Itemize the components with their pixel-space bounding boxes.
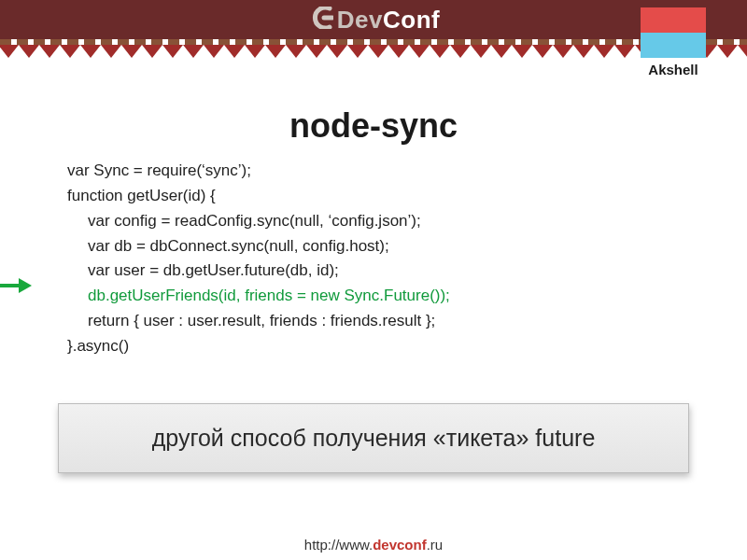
code-block: var Sync = require(‘sync’); function get…	[67, 159, 747, 359]
code-line: var user = db.getUser.future(db, id);	[67, 259, 747, 284]
code-line: return { user : user.result, friends : f…	[67, 309, 747, 334]
devconf-mark-icon	[307, 7, 333, 33]
callout-box: другой способ получения «тикета» future	[58, 403, 689, 473]
footer-suffix: .ru	[427, 537, 444, 553]
footer-brand: devconf	[373, 537, 427, 553]
header-dash-separator	[0, 39, 747, 45]
code-line: }.async()	[67, 334, 747, 359]
footer-url: http://www.devconf.ru	[0, 537, 747, 553]
header-zigzag	[0, 45, 747, 63]
akshell-label: Akshell	[641, 62, 706, 77]
akshell-badge: Akshell	[641, 7, 706, 77]
logo-text: DevConf	[337, 6, 440, 35]
logo-text-white: Conf	[383, 6, 440, 34]
code-line: var db = dbConnect.sync(null, config.hos…	[67, 234, 747, 259]
header-bar: DevConf	[0, 0, 747, 39]
footer-prefix: http://www.	[304, 537, 373, 553]
code-line: function getUser(id) {	[67, 184, 747, 209]
highlight-arrow-icon	[0, 278, 32, 293]
logo-text-gray: Dev	[337, 6, 383, 34]
code-line: var Sync = require(‘sync’);	[67, 159, 747, 184]
slide-title: node-sync	[0, 106, 747, 146]
code-line: var config = readConfig.sync(null, ‘conf…	[67, 209, 747, 234]
akshell-flag-icon	[641, 7, 706, 58]
code-line-highlight: db.getUserFriends(id, friends = new Sync…	[67, 284, 747, 309]
devconf-logo: DevConf	[307, 6, 440, 35]
